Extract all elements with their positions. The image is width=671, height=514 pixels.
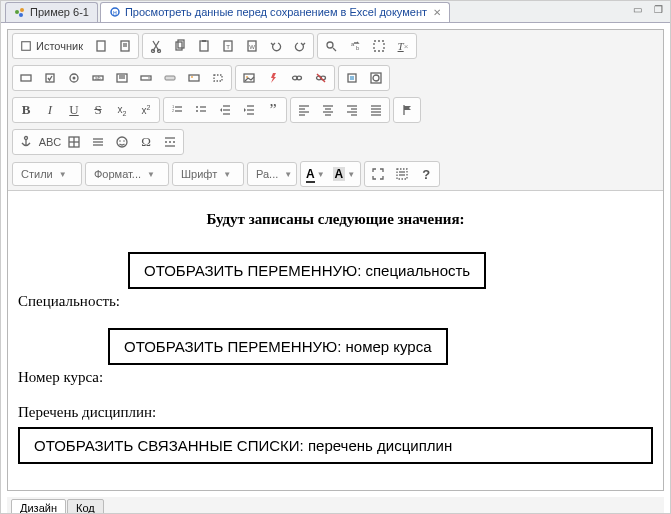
anchor-button[interactable] [340,67,364,89]
link-button[interactable] [285,67,309,89]
imagebutton-button[interactable] [182,67,206,89]
outdent-button[interactable] [213,99,237,121]
show-blocks-button[interactable] [390,163,414,185]
tab-preview[interactable]: н Просмотреть данные перед сохранением в… [100,2,450,22]
bg-color-button[interactable]: A ▼ [329,163,360,185]
find-button[interactable] [319,35,343,57]
textfield-button[interactable]: ab [86,67,110,89]
tab-design[interactable]: Дизайн [11,499,66,514]
paste-word-button[interactable]: W [240,35,264,57]
var-disciplines[interactable]: ОТОБРАЗИТЬ СВЯЗАННЫЕ СПИСКИ: перечень ди… [18,427,653,464]
redo-button[interactable] [288,35,312,57]
svg-point-28 [73,77,76,80]
align-left-button[interactable] [292,99,316,121]
cut-button[interactable] [144,35,168,57]
help-button[interactable]: ? [414,163,438,185]
underline-button[interactable]: U [62,99,86,121]
anchor-icon-button[interactable] [14,131,38,153]
undo-button[interactable] [264,35,288,57]
svg-rect-15 [202,40,206,42]
subscript-button[interactable]: x2 [110,99,134,121]
button-button[interactable] [158,67,182,89]
select-all-button[interactable] [367,35,391,57]
svg-rect-6 [97,41,105,51]
numbered-list-button[interactable]: 12 [165,99,189,121]
svg-text:2: 2 [172,108,175,113]
bottom-tabs: Дизайн Код [7,497,664,514]
size-combo[interactable]: Ра...▼ [247,162,297,186]
styles-combo[interactable]: Стили▼ [12,162,82,186]
form-button[interactable] [14,67,38,89]
select-button[interactable] [134,67,158,89]
svg-rect-12 [176,42,182,50]
maximize-button[interactable]: ❐ [651,3,666,16]
special-char-button[interactable]: Ω [134,131,158,153]
svg-line-21 [333,48,336,51]
tab-example-label: Пример 6-1 [30,6,89,18]
align-right-button[interactable] [340,99,364,121]
svg-point-20 [327,42,333,48]
checkbox-button[interactable] [38,67,62,89]
hr-button[interactable] [86,131,110,153]
svg-rect-24 [374,41,384,51]
toolbar: Источник T W ab T× [8,30,663,190]
radio-button[interactable] [62,67,86,89]
doc-icon [14,6,26,18]
text-color-button[interactable]: A ▼ [302,163,329,185]
italic-button[interactable]: I [38,99,62,121]
hidden-button[interactable] [206,67,230,89]
paste-text-button[interactable]: T [216,35,240,57]
tab-example[interactable]: Пример 6-1 [5,2,98,22]
maximize-editor-button[interactable] [366,163,390,185]
paste-button[interactable] [192,35,216,57]
svg-text:ab: ab [95,75,101,81]
table-button[interactable] [62,131,86,153]
textarea-button[interactable] [110,67,134,89]
tab-preview-label: Просмотреть данные перед сохранением в E… [125,6,427,18]
svg-point-37 [191,76,193,78]
tab-code[interactable]: Код [67,499,104,514]
field-course: ОТОБРАЗИТЬ ПЕРЕМЕННУЮ: номер курса Номер… [18,328,653,386]
field-disciplines: Перечень дисциплин: ОТОБРАЗИТЬ СВЯЗАННЫЕ… [18,404,653,464]
svg-rect-95 [397,169,407,179]
svg-rect-5 [22,42,31,51]
svg-rect-14 [200,41,208,51]
new-doc-button[interactable] [89,35,113,57]
top-tabs: Пример 6-1 н Просмотреть данные перед со… [1,1,670,23]
label-disciplines: Перечень дисциплин: [18,404,156,420]
superscript-button[interactable]: x2 [134,99,158,121]
align-justify-button[interactable] [364,99,388,121]
svg-text:b: b [356,45,360,51]
font-combo[interactable]: Шрифт▼ [172,162,244,186]
content-area[interactable]: Будут записаны следующие значения: ОТОБР… [8,190,663,490]
minimize-button[interactable]: ▭ [630,3,645,16]
content-title: Будут записаны следующие значения: [18,211,653,228]
format-combo[interactable]: Формат...▼ [85,162,169,186]
editor-frame: Источник T W ab T× [7,29,664,491]
pagebreak-button[interactable] [158,131,182,153]
replace-button[interactable]: ab [343,35,367,57]
svg-rect-35 [165,76,175,80]
close-icon[interactable]: ✕ [433,7,441,18]
align-center-button[interactable] [316,99,340,121]
svg-point-90 [119,140,121,142]
iframe-button[interactable] [364,67,388,89]
flash-button[interactable] [261,67,285,89]
unlink-button[interactable] [309,67,333,89]
svg-rect-38 [214,75,222,81]
image-button[interactable] [237,67,261,89]
flag-button[interactable] [395,99,419,121]
var-course[interactable]: ОТОБРАЗИТЬ ПЕРЕМЕННУЮ: номер курса [108,328,448,365]
source-button[interactable]: Источник [14,35,89,57]
spellcheck-button[interactable]: ABC [38,131,62,153]
remove-format-button[interactable]: T× [391,35,415,57]
copy-button[interactable] [168,35,192,57]
strike-button[interactable]: S [86,99,110,121]
blockquote-button[interactable]: ” [261,99,285,121]
var-specialty[interactable]: ОТОБРАЗИТЬ ПЕРЕМЕННУЮ: специальность [128,252,486,289]
bold-button[interactable]: B [14,99,38,121]
bullet-list-button[interactable] [189,99,213,121]
smiley-button[interactable] [110,131,134,153]
preview-button[interactable] [113,35,137,57]
indent-button[interactable] [237,99,261,121]
